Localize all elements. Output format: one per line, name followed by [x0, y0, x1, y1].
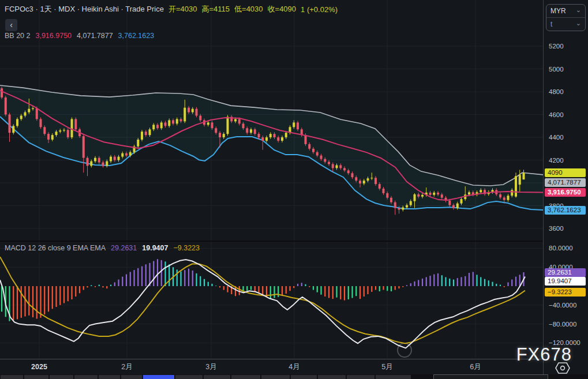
scrollbar-segment[interactable] — [49, 375, 73, 379]
symbol-title[interactable]: FCPOc3 · 1天 · MDX · Heikin Ashi · Trade … — [5, 4, 164, 14]
candle-down — [67, 130, 69, 137]
scrollbar-segment[interactable] — [0, 375, 23, 379]
scrollbar-box[interactable] — [433, 374, 548, 379]
candle-down — [98, 158, 100, 163]
macd-line-value: 19.9407 — [142, 244, 168, 252]
candle-up — [265, 137, 268, 141]
candle-up — [160, 122, 163, 128]
chevron-down-icon: ⌄ — [576, 6, 581, 14]
time-label-month[interactable]: 6月 — [470, 359, 481, 374]
candle-up — [176, 119, 178, 123]
scrollbar-active-segment[interactable] — [143, 375, 174, 379]
candle-up — [363, 181, 365, 183]
scrollbar-segment[interactable] — [24, 375, 48, 379]
candle-up — [406, 205, 408, 208]
price-axis-panel[interactable]: MYR ⌄ t ⌄ 520050004800460044004200400038… — [543, 0, 588, 374]
candle-up — [433, 193, 435, 195]
scrollbar-segment[interactable] — [175, 375, 203, 379]
candle-down — [5, 97, 7, 115]
candle-up — [207, 122, 209, 125]
candle-down — [274, 134, 276, 137]
candle-down — [36, 108, 38, 119]
candle-up — [12, 126, 14, 133]
candle-up — [515, 176, 517, 197]
candle-down — [429, 193, 432, 195]
candle-down — [441, 194, 443, 198]
candle-up — [129, 152, 132, 156]
chart-canvas[interactable] — [0, 0, 543, 375]
scrollbar-segment[interactable] — [231, 375, 260, 379]
scrollbar-segment[interactable] — [290, 375, 317, 379]
back-button[interactable]: ‹ — [5, 19, 17, 31]
candle-up — [24, 112, 27, 116]
candle-up — [410, 201, 412, 205]
candle-up — [28, 109, 30, 112]
candle-down — [328, 162, 330, 164]
candle-down — [164, 122, 167, 126]
chevron-down-icon: ⌄ — [576, 20, 581, 27]
scrollbar-segment[interactable] — [203, 375, 230, 379]
chevron-left-icon: ‹ — [10, 20, 13, 29]
candle-up — [63, 130, 65, 130]
candle-down — [379, 184, 381, 189]
candle-down — [156, 125, 159, 128]
time-label-month[interactable]: 3月 — [205, 359, 216, 374]
candle-up — [59, 130, 61, 132]
time-label-month[interactable]: 5月 — [381, 359, 392, 374]
macd-tick: 80.0000 — [549, 244, 573, 252]
candle-down — [215, 128, 217, 133]
candle-down — [219, 133, 221, 137]
price-tick: 4400 — [549, 133, 564, 141]
candle-down — [390, 198, 392, 202]
price-badge: 4,071.7877 — [545, 178, 586, 187]
candle-down — [238, 119, 241, 123]
macd-main-line — [0, 260, 525, 348]
scrollbar-segment[interactable] — [317, 375, 346, 379]
time-label-month[interactable]: 4月 — [289, 359, 299, 374]
time-label-year[interactable]: 2025 — [31, 359, 47, 374]
candle-down — [87, 158, 89, 166]
candle-down — [316, 152, 319, 156]
candle-down — [383, 189, 385, 193]
macd-indicator-row[interactable]: MACD 12 26 close 9 EMA EMA 29.2631 19.94… — [5, 244, 200, 252]
scrollbar-segment[interactable] — [74, 375, 98, 379]
candle-up — [141, 132, 143, 140]
candle-up — [269, 134, 272, 137]
scrollbar-segment[interactable] — [346, 375, 374, 379]
candle-up — [367, 178, 369, 181]
candle-down — [180, 119, 182, 121]
bb-indicator-row[interactable]: BB 20 2 3,916.9750 4,071.7877 3,762.1623 — [5, 32, 154, 40]
scrollbar-segment[interactable] — [375, 375, 411, 379]
candle-up — [183, 108, 186, 122]
candle-down — [398, 208, 400, 210]
candle-down — [417, 194, 420, 197]
bb-basis-value: 3,916.9750 — [35, 32, 72, 40]
macd-tick: −80.0000 — [549, 320, 576, 328]
scrollbar-segment[interactable] — [98, 375, 120, 379]
time-label-month[interactable]: 2月 — [121, 359, 132, 374]
candle-up — [293, 122, 295, 127]
candle-up — [421, 195, 424, 197]
macd-tick: −40.0000 — [549, 301, 576, 309]
time-axis[interactable]: 20252月3月4月5月6月 — [0, 359, 588, 375]
symbol-header: FCPOc3 · 1天 · MDX · Heikin Ashi · Trade … — [5, 4, 338, 14]
candle-down — [386, 193, 388, 198]
candle-down — [172, 120, 174, 123]
currency-select[interactable]: MYR ⌄ — [546, 5, 585, 17]
horizontal-scrollbar[interactable] — [0, 374, 588, 379]
candle-down — [83, 136, 85, 158]
bb-label: BB 20 2 — [5, 32, 30, 40]
scrollbar-segment[interactable] — [121, 375, 142, 379]
candle-down — [339, 165, 342, 168]
candle-down — [102, 163, 104, 166]
candle-down — [211, 122, 214, 128]
scrollbar-segment[interactable] — [261, 375, 290, 379]
candle-up — [90, 162, 92, 166]
unit-select[interactable]: t ⌄ — [546, 17, 585, 31]
candle-down — [246, 128, 248, 133]
price-tick: 3600 — [549, 224, 564, 232]
ohlc-high: 高=4115 — [201, 4, 230, 14]
candle-down — [452, 205, 455, 208]
candle-up — [523, 172, 525, 179]
candle-up — [149, 129, 151, 135]
